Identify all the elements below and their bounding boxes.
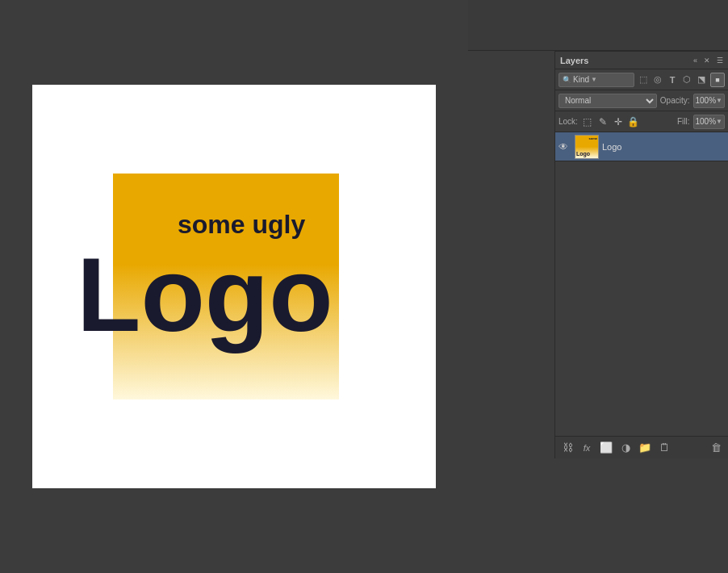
filter-search-box[interactable]: 🔍 Kind ▼ [559,73,634,87]
lock-move-icon[interactable]: ✛ [612,115,625,128]
menu-button[interactable]: ☰ [715,56,725,65]
add-mask-icon[interactable]: ⬜ [597,439,615,457]
opacity-control[interactable]: 100% ▼ [693,94,726,108]
filter-dropdown-arrow: ▼ [591,76,597,83]
lock-all-icon[interactable]: 🔒 [627,115,640,128]
panel-title-bar: Layers « ✕ ☰ [555,52,728,69]
blend-row: Normal Opacity: 100% ▼ [555,90,728,111]
new-layer-icon[interactable]: 🗒 [655,439,673,457]
eye-icon[interactable]: 👁 [559,141,571,153]
layers-bottom-bar: ⛓ fx ⬜ ◑ 📁 🗒 🗑 [555,436,728,458]
opacity-label: Opacity: [660,96,690,105]
fill-control[interactable]: 100% ▼ [693,115,726,129]
search-icon: 🔍 [563,76,571,84]
fill-label: Fill: [677,117,690,126]
delete-layer-icon[interactable]: 🗑 [707,439,725,457]
thumb-logo-text: Logo [576,151,590,157]
adjustment-icon[interactable]: ◑ [617,439,634,457]
layers-list: 👁 some Logo Logo [555,132,728,436]
opacity-arrow: ▼ [716,97,722,104]
shape-filter-icon[interactable]: ⬡ [680,73,693,86]
link-layers-icon[interactable]: ⛓ [559,439,576,457]
filter-icons: ⬚ ◎ T ⬡ ⬔ [637,73,708,86]
close-button[interactable]: ✕ [702,56,712,65]
filter-kind-label: Kind [573,75,589,84]
lock-position-icon[interactable]: ✎ [596,115,609,128]
panel-title: Layers [560,56,588,65]
layer-name: Logo [602,142,725,152]
adjust-filter-icon[interactable]: ◎ [651,73,664,86]
smart-filter-icon[interactable]: ⬔ [695,73,708,86]
lock-row: Lock: ⬚ ✎ ✛ 🔒 Fill: 100% ▼ [555,111,728,132]
panel-title-icons: « ✕ ☰ [692,56,725,65]
canvas-area: some ugly Logo [0,0,468,573]
filter-row: 🔍 Kind ▼ ⬚ ◎ T ⬡ ⬔ ■ [555,69,728,90]
layer-item[interactable]: 👁 some Logo Logo [555,132,728,161]
fill-value: 100% [696,117,717,126]
layers-panel: Layers « ✕ ☰ 🔍 Kind ▼ ⬚ ◎ T ⬡ ⬔ ■ Normal… [554,51,728,458]
fx-icon[interactable]: fx [578,439,596,457]
layer-thumb-inner: some Logo [575,136,598,158]
fill-arrow: ▼ [716,118,722,125]
logo-main-text: Logo [77,242,333,347]
toggle-filter-icon[interactable]: ■ [710,73,725,87]
canvas-document: some ugly Logo [32,85,436,488]
lock-icons: ⬚ ✎ ✛ 🔒 [581,115,674,128]
type-filter-icon[interactable]: T [666,73,679,86]
opacity-value: 100% [696,96,717,105]
group-icon[interactable]: 📁 [636,439,654,457]
collapse-button[interactable]: « [692,56,699,65]
pixel-filter-icon[interactable]: ⬚ [637,73,650,86]
lock-label: Lock: [559,117,578,126]
blend-mode-select[interactable]: Normal [559,94,657,108]
thumb-subtext: some [589,136,597,140]
layer-thumbnail: some Logo [575,135,599,159]
lock-pixels-icon[interactable]: ⬚ [581,115,594,128]
